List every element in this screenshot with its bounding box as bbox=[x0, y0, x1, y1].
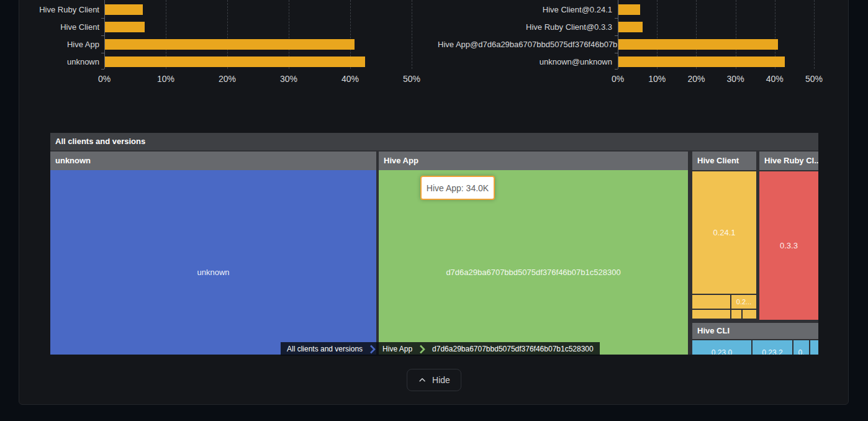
treemap-root-header[interactable]: All clients and versions bbox=[50, 133, 818, 150]
treemap-cell-hive-cli-minor[interactable]: 0. bbox=[793, 340, 809, 355]
gridline bbox=[412, 0, 412, 69]
axis-tick-label: 0% bbox=[84, 74, 124, 84]
treemap-cell-hive-cli-0232[interactable]: 0.23.2 bbox=[753, 340, 792, 355]
axis-tick bbox=[615, 69, 618, 70]
breadcrumb-item-root[interactable]: All clients and versions bbox=[281, 342, 369, 356]
category-label: Hive Ruby Client@0.3.3 bbox=[438, 22, 612, 32]
axis-tick-label: 10% bbox=[146, 74, 186, 84]
bar-charts-layer: 0%10%20%30%40%50%Hive Ruby ClientHive Cl… bbox=[0, 0, 868, 93]
treemap-header-unknown[interactable]: unknown bbox=[50, 152, 376, 170]
gridline bbox=[814, 0, 815, 69]
category-label: Hive App@d7d6a29ba6707bbd5075df376f46b07… bbox=[438, 39, 612, 50]
category-label: Hive Client bbox=[25, 22, 99, 32]
dashboard-screen: 0%10%20%30%40%50%Hive Ruby ClientHive Cl… bbox=[0, 0, 868, 421]
bar[interactable] bbox=[105, 39, 355, 50]
category-label: Hive App bbox=[25, 39, 99, 50]
tooltip: Hive App: 34.0K bbox=[420, 176, 495, 200]
bar[interactable] bbox=[618, 4, 640, 15]
treemap-cell-hive-client-minor[interactable] bbox=[692, 295, 730, 309]
chevron-right-icon bbox=[369, 345, 376, 354]
axis-tick bbox=[101, 35, 104, 36]
breadcrumb-item-hive-app[interactable]: Hive App bbox=[376, 342, 418, 356]
axis-tick-label: 40% bbox=[330, 74, 370, 84]
axis-tick-label: 0% bbox=[598, 74, 638, 84]
axis-tick bbox=[101, 18, 104, 19]
category-label: Hive Ruby Client bbox=[25, 4, 99, 15]
axis-tick bbox=[101, 53, 104, 53]
treemap-cell-hive-client-minor[interactable] bbox=[743, 310, 756, 319]
treemap-header-hive-app[interactable]: Hive App bbox=[379, 152, 688, 170]
axis-tick-label: 40% bbox=[755, 74, 795, 84]
category-label: unknown@unknown bbox=[438, 57, 612, 67]
treemap-cell-label: d7d6a29ba6707bbd5075df376f46b07b1c528300 bbox=[446, 268, 620, 277]
treemap-header-hive-cli[interactable]: Hive CLI bbox=[692, 323, 818, 339]
treemap-header-hive-client[interactable]: Hive Client bbox=[692, 152, 756, 170]
category-label: Hive Client@0.24.1 bbox=[438, 4, 612, 15]
treemap-cell-hive-client-minor[interactable] bbox=[731, 310, 741, 319]
bar[interactable] bbox=[105, 4, 143, 15]
axis-tick-label: 20% bbox=[207, 74, 247, 84]
treemap-cell-unknown[interactable]: unknown bbox=[50, 170, 376, 355]
breadcrumb: All clients and versions Hive App d7d6a2… bbox=[281, 342, 600, 356]
axis-tick-label: 30% bbox=[269, 74, 309, 84]
bar[interactable] bbox=[618, 57, 785, 67]
treemap-cell-hive-ruby-033[interactable]: 0.3.3 bbox=[759, 171, 818, 320]
treemap-cell-hive-client-0241[interactable]: 0.24.1 bbox=[692, 171, 756, 294]
bar[interactable] bbox=[105, 57, 365, 67]
treemap-cell-hive-cli-minor[interactable] bbox=[810, 340, 818, 355]
treemap-cell-hive-cli-0230[interactable]: 0.23.0 bbox=[692, 340, 751, 355]
treemap-cell-label: unknown bbox=[197, 268, 229, 277]
chevron-right-icon bbox=[419, 345, 425, 354]
treemap-cell-hive-client-02[interactable]: 0.2... bbox=[731, 295, 756, 309]
breadcrumb-item-hash[interactable]: d7d6a29ba6707bbd5075df376f46b07b1c528300 bbox=[426, 342, 600, 356]
axis-tick bbox=[615, 35, 618, 36]
treemap-cell-hive-client-minor[interactable] bbox=[692, 310, 730, 319]
chevron-up-icon bbox=[418, 376, 427, 384]
treemap: All clients and versions unknown unknown… bbox=[50, 133, 818, 355]
hide-panel-button[interactable]: Hide bbox=[407, 369, 461, 391]
axis-tick-label: 50% bbox=[794, 74, 834, 84]
axis-tick bbox=[615, 18, 618, 19]
bar[interactable] bbox=[618, 39, 778, 50]
axis-tick-label: 30% bbox=[716, 74, 756, 84]
axis-tick bbox=[615, 53, 618, 53]
axis-tick-label: 10% bbox=[637, 74, 677, 84]
axis-tick-label: 20% bbox=[676, 74, 716, 84]
axis-tick-label: 50% bbox=[392, 74, 432, 84]
bar[interactable] bbox=[618, 22, 643, 32]
hide-button-label: Hide bbox=[432, 375, 450, 385]
treemap-header-hive-ruby-client[interactable]: Hive Ruby Cl... bbox=[759, 152, 818, 170]
category-label: unknown bbox=[25, 57, 99, 67]
bar[interactable] bbox=[105, 22, 145, 32]
axis-tick bbox=[101, 69, 104, 70]
